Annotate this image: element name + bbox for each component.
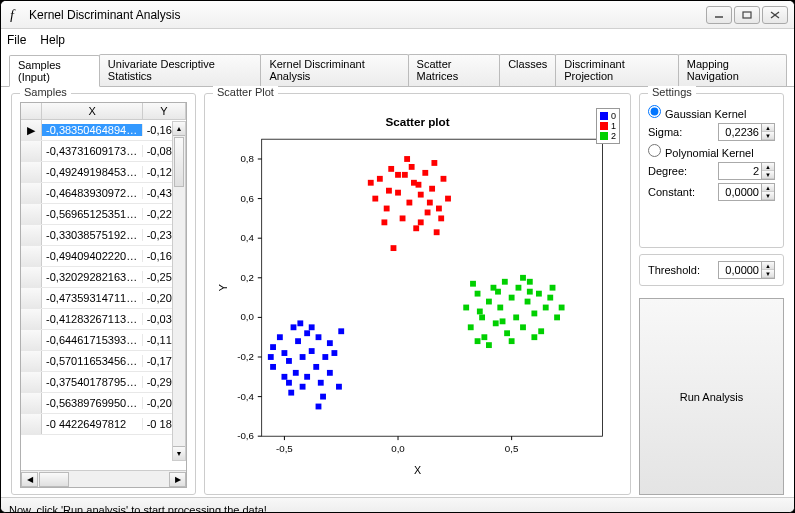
constant-down[interactable]: ▼ xyxy=(762,192,774,200)
tab-kernel-discriminant-analysis[interactable]: Kernel Discriminant Analysis xyxy=(260,54,408,86)
constant-input[interactable] xyxy=(719,186,761,198)
table-row[interactable]: -0,56389769950…-0,207 xyxy=(21,393,186,414)
tab-univariate-descriptive-statistics[interactable]: Univariate Descriptive Statistics xyxy=(99,54,262,86)
cell-x[interactable]: -0,57011653456… xyxy=(42,355,143,367)
cell-x[interactable]: -0,46483930972… xyxy=(42,187,143,199)
cell-x[interactable]: -0 44226497812 xyxy=(42,418,143,430)
scroll-down-button[interactable]: ▼ xyxy=(173,446,185,460)
cell-x[interactable]: -0,64461715393… xyxy=(42,334,143,346)
cell-x[interactable]: -0,43731609173… xyxy=(42,145,143,157)
threshold-up[interactable]: ▲ xyxy=(762,262,774,270)
sigma-label: Sigma: xyxy=(648,126,682,138)
table-row[interactable]: -0,47359314711…-0,200 xyxy=(21,288,186,309)
h-scrollbar[interactable]: ◀ ▶ xyxy=(21,470,186,487)
svg-rect-92 xyxy=(468,324,474,330)
threshold-spinner[interactable]: ▲▼ xyxy=(718,261,775,279)
svg-rect-42 xyxy=(313,364,319,370)
table-row[interactable]: -0,49409402220…-0,168 xyxy=(21,246,186,267)
scroll-right-button[interactable]: ▶ xyxy=(169,472,186,487)
svg-rect-104 xyxy=(516,285,522,291)
svg-rect-58 xyxy=(297,320,303,326)
degree-input[interactable] xyxy=(719,165,761,177)
poly-radio-label[interactable]: Polynomial Kernel xyxy=(648,144,754,159)
svg-rect-122 xyxy=(559,305,565,311)
svg-rect-66 xyxy=(400,215,406,221)
table-row[interactable]: -0,56965125351…-0,227 xyxy=(21,204,186,225)
tab-discriminant-projection[interactable]: Discriminant Projection xyxy=(555,54,679,86)
col-x-header[interactable]: X xyxy=(42,103,142,119)
v-scrollbar[interactable]: ▲ ▼ xyxy=(172,121,186,461)
grid-body: ▶-0,38350464894…-0,162-0,43731609173…-0,… xyxy=(21,120,186,470)
cell-x[interactable]: -0,56965125351… xyxy=(42,208,143,220)
degree-spinner[interactable]: ▲▼ xyxy=(718,162,775,180)
maximize-button[interactable] xyxy=(734,6,760,24)
minimize-button[interactable] xyxy=(706,6,732,24)
menu-file[interactable]: File xyxy=(7,33,26,47)
scroll-up-button[interactable]: ▲ xyxy=(173,122,185,136)
svg-rect-103 xyxy=(513,314,519,320)
table-row[interactable]: -0,64461715393…-0,115 xyxy=(21,330,186,351)
svg-rect-55 xyxy=(309,324,315,330)
svg-rect-81 xyxy=(445,196,451,202)
cell-x[interactable]: -0,38350464894… xyxy=(42,124,143,136)
samples-title: Samples xyxy=(20,86,71,98)
samples-grid[interactable]: X Y ▶-0,38350464894…-0,162-0,43731609173… xyxy=(20,102,187,488)
degree-label: Degree: xyxy=(648,165,687,177)
cell-x[interactable]: -0,41283267113… xyxy=(42,313,143,325)
col-y-header[interactable]: Y xyxy=(143,103,186,119)
tab-mapping-navigation[interactable]: Mapping Navigation xyxy=(678,54,787,86)
degree-down[interactable]: ▼ xyxy=(762,171,774,179)
cell-x[interactable]: -0,49409402220… xyxy=(42,250,143,262)
table-row[interactable]: -0 44226497812-0 185 xyxy=(21,414,186,435)
sigma-down[interactable]: ▼ xyxy=(762,132,774,140)
table-row[interactable]: -0,33038575192…-0,232 xyxy=(21,225,186,246)
svg-rect-86 xyxy=(386,188,392,194)
degree-up[interactable]: ▲ xyxy=(762,163,774,171)
row-header xyxy=(21,288,42,308)
poly-radio[interactable] xyxy=(648,144,661,157)
table-row[interactable]: -0,49249198453…-0,127 xyxy=(21,162,186,183)
svg-rect-63 xyxy=(384,206,390,212)
table-row[interactable]: -0,41283267113…-0,039 xyxy=(21,309,186,330)
threshold-input[interactable] xyxy=(719,264,761,276)
table-row[interactable]: -0,46483930972…-0,437 xyxy=(21,183,186,204)
cell-x[interactable]: -0,56389769950… xyxy=(42,397,143,409)
menu-help[interactable]: Help xyxy=(40,33,65,47)
cell-x[interactable]: -0,32029282163… xyxy=(42,271,143,283)
table-row[interactable]: -0,43731609173…-0,087 xyxy=(21,141,186,162)
constant-up[interactable]: ▲ xyxy=(762,184,774,192)
tab-samples-input-[interactable]: Samples (Input) xyxy=(9,55,100,87)
sigma-up[interactable]: ▲ xyxy=(762,124,774,132)
svg-rect-93 xyxy=(475,291,481,297)
svg-text:-0,6: -0,6 xyxy=(237,430,254,441)
table-row[interactable]: -0,37540178795…-0,292 xyxy=(21,372,186,393)
cell-x[interactable]: -0,49249198453… xyxy=(42,166,143,178)
svg-rect-45 xyxy=(322,354,328,360)
sigma-spinner[interactable]: ▲▼ xyxy=(718,123,775,141)
settings-panel: Settings Gaussian Kernel Sigma: ▲▼ Polyn… xyxy=(639,93,784,495)
gaussian-radio-label[interactable]: Gaussian Kernel xyxy=(648,105,746,120)
threshold-down[interactable]: ▼ xyxy=(762,270,774,278)
svg-rect-110 xyxy=(538,328,544,334)
svg-text:0,4: 0,4 xyxy=(240,232,254,243)
table-row[interactable]: -0,32029282163…-0,251 xyxy=(21,267,186,288)
svg-text:0,6: 0,6 xyxy=(240,193,254,204)
sigma-input[interactable] xyxy=(719,126,761,138)
run-analysis-button[interactable]: Run Analysis xyxy=(639,298,784,495)
gaussian-radio[interactable] xyxy=(648,105,661,118)
svg-rect-95 xyxy=(481,334,487,340)
svg-rect-96 xyxy=(486,299,492,305)
h-scroll-thumb[interactable] xyxy=(39,472,69,487)
table-row[interactable]: ▶-0,38350464894…-0,162 xyxy=(21,120,186,141)
tab-scatter-matrices[interactable]: Scatter Matrices xyxy=(408,54,501,86)
scroll-left-button[interactable]: ◀ xyxy=(21,472,38,487)
cell-x[interactable]: -0,33038575192… xyxy=(42,229,143,241)
constant-spinner[interactable]: ▲▼ xyxy=(718,183,775,201)
svg-rect-124 xyxy=(527,289,533,295)
close-button[interactable] xyxy=(762,6,788,24)
cell-x[interactable]: -0,47359314711… xyxy=(42,292,143,304)
tab-classes[interactable]: Classes xyxy=(499,54,556,86)
v-scroll-thumb[interactable] xyxy=(174,137,184,187)
table-row[interactable]: -0,57011653456…-0,173 xyxy=(21,351,186,372)
cell-x[interactable]: -0,37540178795… xyxy=(42,376,143,388)
